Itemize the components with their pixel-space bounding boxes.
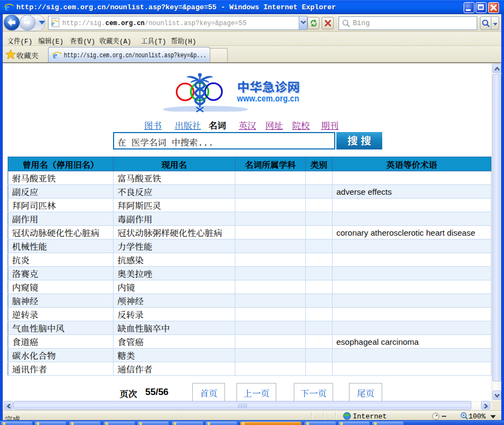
taskbar-button[interactable] [138,422,169,425]
zoom-level[interactable]: 100% [469,412,485,421]
site-name: 中华急诊网 [237,77,300,95]
column-header-4: 类别 [306,157,333,171]
table-row: 副作用毒副作用 [8,212,491,226]
table-row: 副反应不良反应adverse effects [8,185,491,199]
table-cell [235,362,306,376]
table-cell [306,267,333,280]
table-cell [306,321,333,335]
scroll-down-button[interactable] [493,391,501,400]
search-options-dropdown[interactable] [491,16,499,30]
taskbar-button[interactable] [305,422,336,425]
nav-link-6[interactable]: 院校 [292,119,310,131]
table-cell: 碳水化合物 [8,349,114,362]
scroll-right-button[interactable] [481,401,490,410]
taskbar-button[interactable] [206,422,237,425]
menu-6[interactable]: 帮助(H) [171,35,196,46]
new-tab-stub[interactable] [210,48,228,62]
table-row: 内窥镜内镜 [8,280,491,294]
site-search-button[interactable]: 搜 搜 [336,132,382,149]
nav-link-7[interactable]: 期刊 [321,119,339,131]
table-row: 脑神经颅神经 [8,294,491,308]
taskbar-button[interactable] [104,422,135,425]
table-cell [235,294,306,308]
taskbar-button[interactable] [240,422,301,425]
pager-link-2[interactable]: 上一页 [236,383,276,401]
table-cell [333,240,491,253]
favorites-button[interactable]: 收藏夹 [4,48,44,61]
address-dropdown[interactable] [299,16,307,29]
menu-1[interactable]: 文件(F) [7,35,32,46]
scrollbar-corner [491,401,501,410]
table-cell [306,308,333,321]
site-logo: 中华急诊网 www.cem.org.cn [3,63,491,123]
close-button[interactable] [488,2,499,13]
maximize-button[interactable] [476,2,487,13]
tab-active[interactable]: e http://sig.cem.org.cn/nounlist.asp?key… [48,47,210,62]
nav-link-2[interactable]: 出版社 [175,119,201,131]
taskbar-button[interactable] [35,422,66,425]
nav-link-1[interactable]: 图书 [144,119,162,131]
table-cell: 驸马酸亚铁 [8,171,114,185]
taskbar-button[interactable] [69,422,100,425]
menu-4[interactable]: 收藏夹(A) [99,35,131,46]
table-cell: 抗感染 [114,253,235,267]
title-bar: e http://sig.cem.org.cn/nounlist.asp?key… [0,0,504,14]
menu-2[interactable]: 编辑(E) [38,35,63,46]
table-cell [306,199,333,212]
table-cell: 食管癌 [114,335,235,349]
table-cell: 副作用 [8,212,114,226]
scroll-up-button[interactable] [493,64,501,73]
pager-link-4[interactable]: 尾页 [349,383,382,401]
table-cell [333,349,491,362]
stop-button[interactable] [322,17,334,29]
taskbar-button[interactable] [339,422,370,425]
site-search-input[interactable]: 在 医学名词 中搜索... [113,132,335,149]
table-cell: 拜阿司匹林 [8,199,114,212]
taskbar-button[interactable] [1,422,32,425]
back-button[interactable] [4,15,19,30]
table-cell [306,171,333,185]
table-row: 食道癌食管癌esophageal carcinoma [8,335,491,349]
pager-link-1[interactable]: 首页 [192,383,225,401]
status-bar: 完成 Internet 100% [3,410,501,420]
pager-link-3[interactable]: 下一页 [294,383,333,401]
favorites-label: 收藏夹 [16,50,39,61]
pagination: 页次 55/56 首页上一页下一页尾页 [3,383,491,401]
table-cell [333,280,491,294]
table-cell [306,212,333,226]
zoom-dropdown[interactable] [490,415,496,418]
table-header-row: 曾用名（停用旧名）现用名名词所属学科类别英语等价术语 [8,157,491,171]
table-row: 抗炎抗感染 [8,253,491,267]
scroll-left-button[interactable] [4,401,13,410]
internet-zone-icon [343,412,351,420]
taskbar-button[interactable] [172,422,203,425]
vertical-scroll-thumb[interactable] [493,74,501,381]
forward-button[interactable] [20,15,35,30]
table-cell [235,308,306,321]
recent-pages-dropdown[interactable] [39,21,45,25]
table-cell [306,253,333,267]
table-row: 洛赛克奥美拉唑 [8,267,491,280]
menu-bar: 文件(F)编辑(E)查看(V)收藏夹(A)工具(T)帮助(H) [3,32,501,46]
refresh-button[interactable] [307,17,319,29]
vertical-scrollbar[interactable] [491,63,501,401]
table-row: 逆转录反转录 [8,308,491,321]
nav-link-4[interactable]: 英汉 [239,119,256,131]
nav-link-5[interactable]: 网址 [265,119,283,131]
table-cell [235,199,306,212]
table-cell: 缺血性脑卒中 [114,321,235,335]
horizontal-scrollbar[interactable] [3,401,491,410]
horizontal-scroll-thumb[interactable] [14,401,471,410]
menu-3[interactable]: 查看(V) [70,35,95,46]
tab-ie-icon: e [52,50,62,60]
minimize-button[interactable] [464,2,475,13]
system-tray [437,421,504,425]
menu-5[interactable]: 工具(T) [141,35,166,46]
nav-link-3[interactable]: 名词 [209,119,226,131]
search-go-button[interactable] [480,16,491,30]
page-viewport: 中华急诊网 www.cem.org.cn 图书出版社名词英汉网址院校期刊 在 医… [3,63,491,401]
search-box[interactable]: Bing [339,16,477,30]
address-bar[interactable]: e http://sig.cem.org.cn/nounlist.asp?key… [48,16,307,30]
taskbar-button[interactable] [372,422,404,425]
column-header-1: 曾用名（停用旧名） [8,157,114,171]
